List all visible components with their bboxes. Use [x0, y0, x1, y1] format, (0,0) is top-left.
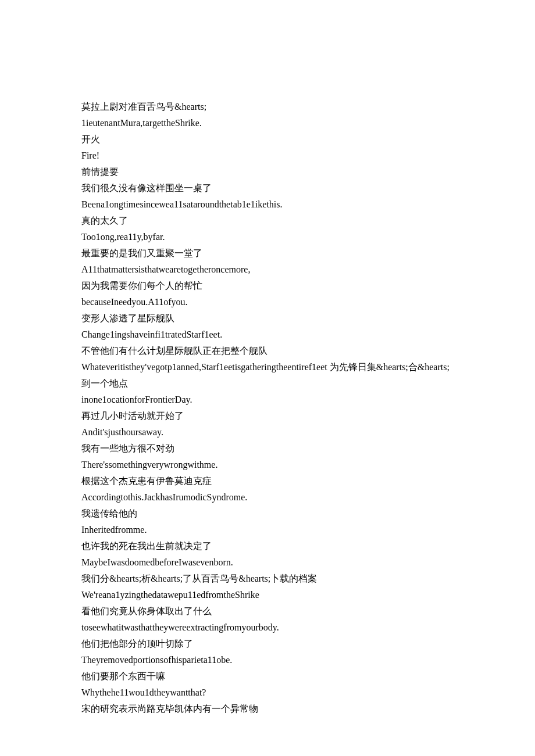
subtitle-line: Theyremovedportionsofhisparieta11obe.: [81, 652, 454, 668]
subtitle-line: inone1ocationforFrontierDay.: [81, 392, 454, 408]
subtitle-line: 莫拉上尉对准百舌鸟号&hearts;: [81, 99, 454, 115]
subtitle-line: 开火: [81, 131, 454, 148]
subtitle-line: Beena1ongtimesincewea11sataroundthetab1e…: [81, 196, 454, 213]
subtitle-line: 宋的研究表示尚路克毕凯体内有一个异常物: [81, 701, 454, 717]
subtitle-line: Inheritedfromme.: [81, 522, 454, 538]
subtitle-line: 最重要的是我们又重聚一堂了: [81, 245, 454, 261]
subtitle-line: 他们把他部分的顶叶切除了: [81, 636, 454, 652]
subtitle-line: 真的太久了: [81, 213, 454, 229]
subtitle-line: 他们要那个东西干嘛: [81, 668, 454, 685]
subtitle-line: Change1ingshaveinfi1tratedStarf1eet.: [81, 327, 454, 343]
subtitle-line: toseewhatitwasthattheywereextractingfrom…: [81, 619, 454, 636]
subtitle-line: Accordingtothis.JackhasIrumodicSyndrome.: [81, 489, 454, 506]
subtitle-line: MaybeIwasdoomedbeforeIwasevenborn.: [81, 554, 454, 571]
subtitle-line: 再过几小时活动就开始了: [81, 408, 454, 424]
subtitle-line: 变形人渗透了星际舰队: [81, 310, 454, 327]
subtitle-line: 也许我的死在我出生前就决定了: [81, 538, 454, 554]
subtitle-line: 我们很久没有像这样围坐一桌了: [81, 180, 454, 196]
subtitle-line: 前情提要: [81, 164, 454, 180]
subtitle-line: 1ieutenantMura,targettheShrike.: [81, 115, 454, 131]
subtitle-line: 因为我需要你们每个人的帮忙: [81, 278, 454, 294]
subtitle-line: 我们分&hearts;析&hearts;了从百舌鸟号&hearts;卜载的档案: [81, 571, 454, 587]
subtitle-line: There'ssomethingverywrongwithme.: [81, 457, 454, 473]
subtitle-line: We'reana1yzingthedatawepu11edfromtheShri…: [81, 587, 454, 603]
document-page: 莫拉上尉对准百舌鸟号&hearts;1ieutenantMura,targett…: [0, 0, 535, 756]
subtitle-line: Andit'sjusthoursaway.: [81, 424, 454, 440]
subtitle-line: 我有一些地方很不对劲: [81, 440, 454, 457]
subtitle-line: Whythehe11wou1dtheywantthat?: [81, 685, 454, 701]
subtitle-line: Fire!: [81, 148, 454, 164]
subtitle-lines: 莫拉上尉对准百舌鸟号&hearts;1ieutenantMura,targett…: [81, 99, 454, 717]
subtitle-line: Too1ong,rea11y,byfar.: [81, 229, 454, 245]
subtitle-line: Whateveritisthey'vegotp1anned,Starf1eeti…: [81, 359, 454, 392]
subtitle-line: 我遗传给他的: [81, 506, 454, 522]
subtitle-line: becauseIneedyou.A11ofyou.: [81, 294, 454, 310]
subtitle-line: 根据这个杰克患有伊鲁莫迪克症: [81, 473, 454, 489]
subtitle-line: 不管他们有什么计划星际舰队正在把整个舰队: [81, 343, 454, 359]
subtitle-line: A11thatmattersisthatwearetogetheroncemor…: [81, 261, 454, 278]
subtitle-line: 看他们究竟从你身体取出了什么: [81, 603, 454, 619]
